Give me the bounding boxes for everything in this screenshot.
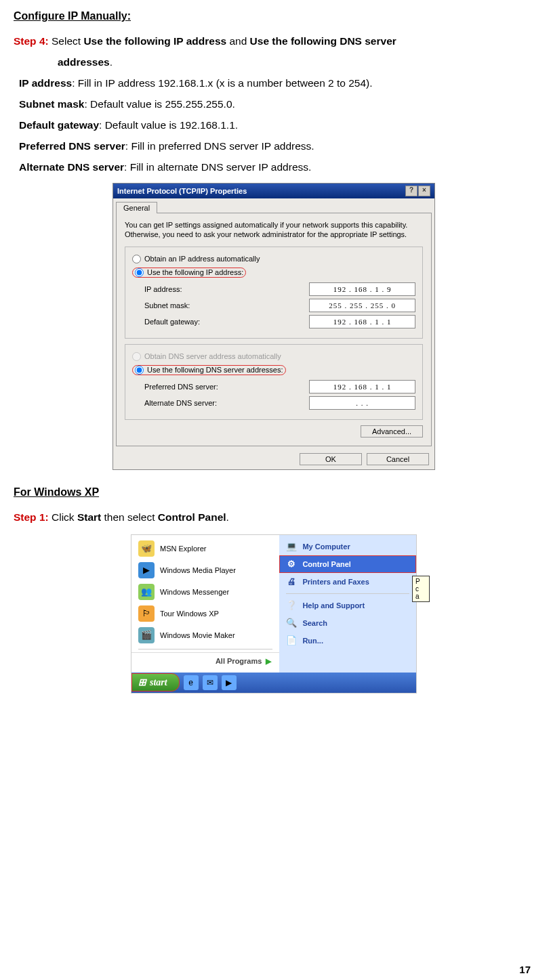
windows-logo-icon: ⊞ xyxy=(138,677,146,688)
step4-line2: addresses. xyxy=(14,51,534,72)
taskbar-icon-3[interactable]: ▶ xyxy=(222,675,237,690)
all-programs[interactable]: All Programs▶ xyxy=(131,652,279,670)
tooltip: Pca xyxy=(412,576,430,602)
tcpip-dialog: Internet Protocol (TCP/IP) Properties ? … xyxy=(113,183,435,470)
menu-printers[interactable]: 🖨Printers and Faxes xyxy=(279,573,416,591)
computer-icon: 💻 xyxy=(285,540,298,553)
tab-general[interactable]: General xyxy=(116,202,157,213)
input-subnet[interactable]: 255 . 255 . 255 . 0 xyxy=(309,299,415,312)
taskbar: ⊞start e ✉ ▶ xyxy=(131,673,416,693)
chevron-right-icon: ▶ xyxy=(266,657,271,666)
search-icon: 🔍 xyxy=(285,616,298,630)
step1-line: Step 1: Click Start then select Control … xyxy=(14,507,534,528)
play-icon: ▶ xyxy=(138,562,155,578)
ok-button[interactable]: OK xyxy=(300,453,362,465)
label-preferred-dns: Preferred DNS server: xyxy=(144,383,218,391)
radio-obtain-ip[interactable]: Obtain an IP address automatically xyxy=(132,255,415,263)
ip-group: Obtain an IP address automatically Use t… xyxy=(125,247,423,339)
alternate-dns-line: Alternate DNS server: Fill in alternate … xyxy=(14,156,534,177)
start-left-column: 🦋MSN Explorer ▶Windows Media Player 👥Win… xyxy=(131,535,279,673)
flag-icon: 🏳 xyxy=(138,605,155,622)
menu-media-player[interactable]: ▶Windows Media Player xyxy=(131,559,279,581)
radio-use-dns[interactable]: Use the following DNS server addresses: xyxy=(132,365,286,375)
input-preferred-dns[interactable]: 192 . 168 . 1 . 1 xyxy=(309,380,415,393)
messenger-icon: 👥 xyxy=(138,584,155,600)
menu-my-computer[interactable]: 💻My Computer xyxy=(279,538,416,555)
taskbar-icon-1[interactable]: e xyxy=(184,675,199,690)
close-icon[interactable]: × xyxy=(418,186,430,196)
section-windows-xp: For Windows XP xyxy=(14,486,534,498)
printer-icon: 🖨 xyxy=(285,575,298,589)
menu-movie-maker[interactable]: 🎬Windows Movie Maker xyxy=(131,624,279,646)
menu-messenger[interactable]: 👥Windows Messenger xyxy=(131,581,279,603)
label-subnet: Subnet mask: xyxy=(144,301,190,310)
radio-use-ip[interactable]: Use the following IP address: xyxy=(132,268,246,278)
butterfly-icon: 🦋 xyxy=(138,540,155,557)
input-gateway[interactable]: 192 . 168 . 1 . 1 xyxy=(309,315,415,328)
subnet-mask-line: Subnet mask: Default value is 255.255.25… xyxy=(14,93,534,114)
taskbar-icon-2[interactable]: ✉ xyxy=(203,675,218,690)
advanced-button[interactable]: Advanced... xyxy=(361,425,423,438)
menu-control-panel[interactable]: ⚙Control Panel xyxy=(279,555,416,573)
step4-line1: Step 4: Select Use the following IP addr… xyxy=(14,30,534,51)
dns-group: Obtain DNS server address automatically … xyxy=(125,344,423,420)
input-alternate-dns[interactable]: . . . xyxy=(309,396,415,410)
preferred-dns-line: Preferred DNS server: Fill in preferred … xyxy=(14,135,534,156)
input-ip[interactable]: 192 . 168 . 1 . 9 xyxy=(309,282,415,296)
dialog-description: You can get IP settings assigned automat… xyxy=(125,220,423,240)
label-gateway: Default gateway: xyxy=(144,318,200,326)
label-ip: IP address: xyxy=(144,285,182,293)
menu-run[interactable]: 📄Run... xyxy=(279,632,416,649)
cancel-button[interactable]: Cancel xyxy=(367,453,429,465)
radio-obtain-dns: Obtain DNS server address automatically xyxy=(132,352,415,361)
start-right-column: 💻My Computer ⚙Control Panel 🖨Printers an… xyxy=(279,535,416,673)
run-icon: 📄 xyxy=(285,634,298,647)
page-number: 17 xyxy=(519,964,531,975)
start-button[interactable]: ⊞start xyxy=(131,673,180,691)
ip-address-line: IP address: Fill in IP address 192.168.1… xyxy=(14,72,534,93)
dialog-title: Internet Protocol (TCP/IP) Properties xyxy=(117,187,247,195)
menu-msn-explorer[interactable]: 🦋MSN Explorer xyxy=(131,538,279,559)
menu-help[interactable]: ❔Help and Support xyxy=(279,597,416,614)
label-alternate-dns: Alternate DNS server: xyxy=(144,399,217,407)
film-icon: 🎬 xyxy=(138,627,155,643)
menu-tour-xp[interactable]: 🏳Tour Windows XP xyxy=(131,603,279,624)
control-panel-icon: ⚙ xyxy=(285,557,298,571)
menu-search[interactable]: 🔍Search xyxy=(279,614,416,632)
default-gateway-line: Default gateway: Default value is 192.16… xyxy=(14,114,534,135)
help-icon[interactable]: ? xyxy=(405,186,417,196)
dialog-titlebar: Internet Protocol (TCP/IP) Properties ? … xyxy=(113,184,434,198)
xp-start-menu: 🦋MSN Explorer ▶Windows Media Player 👥Win… xyxy=(131,534,417,694)
help-icon: ❔ xyxy=(285,599,298,612)
section-configure-ip: Configure IP Manually: xyxy=(14,10,534,22)
